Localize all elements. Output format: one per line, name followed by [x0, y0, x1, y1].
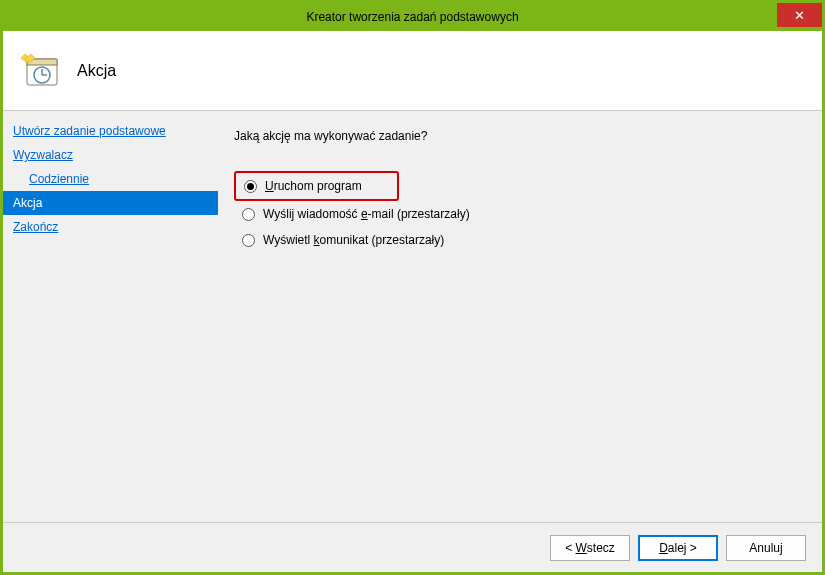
wizard-content: Jaką akcję ma wykonywać zadanie? Uruchom… [218, 111, 822, 522]
titlebar: Kreator tworzenia zadań podstawowych ✕ [3, 3, 822, 31]
question-text: Jaką akcję ma wykonywać zadanie? [234, 129, 806, 143]
radio-icon [242, 234, 255, 247]
sidebar-item-trigger[interactable]: Wyzwalacz [3, 143, 218, 167]
sidebar-item-finish[interactable]: Zakończ [3, 215, 218, 239]
radio-label: Wyślij wiadomość e-mail (przestarzały) [263, 207, 470, 221]
page-title: Akcja [77, 62, 116, 80]
sidebar-item-create-task[interactable]: Utwórz zadanie podstawowe [3, 119, 218, 143]
sidebar-item-daily[interactable]: Codziennie [3, 167, 218, 191]
radio-display-message[interactable]: Wyświetl komunikat (przestarzały) [234, 227, 806, 253]
back-button[interactable]: < Wstecz [550, 535, 630, 561]
radio-label: Wyświetl komunikat (przestarzały) [263, 233, 444, 247]
window-title: Kreator tworzenia zadań podstawowych [306, 10, 518, 24]
close-icon: ✕ [794, 8, 805, 23]
action-radio-group: Uruchom program Wyślij wiadomość e-mail … [234, 171, 806, 253]
radio-start-program[interactable]: Uruchom program [234, 171, 399, 201]
wizard-footer: < Wstecz Dalej > Anuluj [3, 522, 822, 572]
radio-send-email[interactable]: Wyślij wiadomość e-mail (przestarzały) [234, 201, 806, 227]
wizard-header: Akcja [3, 31, 822, 111]
wizard-window: Kreator tworzenia zadań podstawowych ✕ A… [0, 0, 825, 575]
next-button[interactable]: Dalej > [638, 535, 718, 561]
radio-label: Uruchom program [265, 179, 362, 193]
wizard-body: Utwórz zadanie podstawowe Wyzwalacz Codz… [3, 111, 822, 522]
wizard-sidebar: Utwórz zadanie podstawowe Wyzwalacz Codz… [3, 111, 218, 522]
radio-icon [242, 208, 255, 221]
close-button[interactable]: ✕ [777, 3, 822, 27]
radio-icon [244, 180, 257, 193]
scheduler-icon [21, 51, 61, 91]
sidebar-item-action: Akcja [3, 191, 218, 215]
cancel-button[interactable]: Anuluj [726, 535, 806, 561]
